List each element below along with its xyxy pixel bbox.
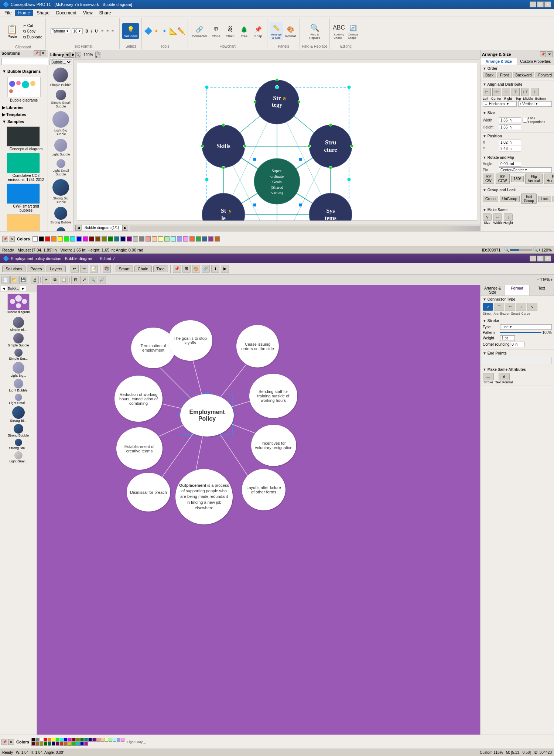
h-scrollbar[interactable] bbox=[130, 226, 480, 231]
make-same-stroke[interactable]: — Stroke bbox=[483, 373, 494, 384]
bc-cyan[interactable] bbox=[60, 738, 64, 742]
chain-button[interactable]: ⛓ Chain bbox=[223, 23, 237, 39]
select-all-button[interactable]: ⊡ bbox=[71, 276, 79, 284]
bottom-strong-bubble[interactable]: Strong Bubble bbox=[1, 424, 36, 437]
bottom-strong-sm[interactable]: Strong Sm... bbox=[1, 439, 36, 450]
simple-bubble-shape[interactable]: Simple Bubble bbox=[50, 67, 71, 87]
bold-button[interactable]: B bbox=[84, 29, 89, 34]
flip-vertical-button[interactable]: Flip Vertical bbox=[525, 174, 543, 184]
bc-dk-olive[interactable] bbox=[40, 742, 43, 746]
bc-navy[interactable] bbox=[88, 738, 92, 742]
sample-deposit[interactable]: Deposit energy change, 1971-2010 bbox=[7, 214, 45, 231]
bottom-bubble-sample[interactable]: Bubble diagram bbox=[1, 294, 36, 314]
flip-horizontal-button[interactable]: Flip Horizontal bbox=[544, 174, 554, 184]
bc-yellow[interactable] bbox=[52, 738, 55, 742]
strong-big-bubble-shape[interactable]: Strong Big Bubble bbox=[49, 178, 73, 204]
pages-toolbar-button[interactable]: Pages bbox=[27, 266, 45, 272]
color-steel-blue[interactable] bbox=[202, 236, 207, 242]
bottom-light-bubble[interactable]: Light Bubble bbox=[1, 379, 36, 392]
solutions-pin-button[interactable]: 📌 bbox=[34, 50, 40, 56]
ct-direct[interactable]: ⤢ bbox=[483, 303, 493, 311]
make-same-width[interactable]: ↔ Width bbox=[493, 213, 502, 225]
bc-lt-blue2[interactable] bbox=[80, 742, 84, 746]
libraries-section[interactable]: ▶ Libraries bbox=[1, 104, 46, 111]
bc-brick[interactable] bbox=[60, 742, 64, 746]
ct-arc[interactable]: ⌒ bbox=[494, 303, 504, 311]
close-button[interactable]: ✕ bbox=[544, 1, 551, 7]
bottom-simple-sm[interactable]: Simple Sm... bbox=[1, 349, 36, 360]
group-button[interactable]: Group bbox=[483, 196, 498, 202]
bottom-colors-pin[interactable]: 📌 bbox=[1, 739, 7, 745]
bc-lpink[interactable] bbox=[121, 738, 124, 742]
bc-lyellow[interactable] bbox=[105, 738, 108, 742]
smart-button[interactable]: Smart bbox=[116, 266, 133, 272]
bc-lime[interactable] bbox=[56, 738, 59, 742]
cut-icon-button[interactable]: ✂ bbox=[42, 276, 50, 284]
color-orange[interactable] bbox=[51, 236, 57, 242]
reduction-hours-node[interactable]: Reduction of working hours, cancellation… bbox=[114, 376, 163, 422]
paste-button[interactable]: 📋 Paste bbox=[3, 18, 21, 44]
zoom-out-icon[interactable]: 🔍 bbox=[504, 247, 509, 252]
weight-input[interactable] bbox=[500, 335, 515, 341]
samples-section[interactable]: ▼ Samples bbox=[1, 118, 46, 125]
menu-home[interactable]: Home bbox=[15, 10, 33, 16]
front-button[interactable]: Front bbox=[497, 72, 511, 78]
tab-custom-props[interactable]: Custom Properties bbox=[517, 58, 554, 65]
menu-share[interactable]: Share bbox=[96, 10, 114, 16]
color-black[interactable] bbox=[39, 236, 44, 242]
bc-brown[interactable] bbox=[35, 742, 39, 746]
page-next[interactable]: ▶ bbox=[122, 225, 128, 231]
bc-lt-green2[interactable] bbox=[72, 742, 76, 746]
zoom-plus[interactable]: + bbox=[550, 278, 553, 282]
page-tab-1[interactable]: Bubble diagram (1/1) bbox=[81, 225, 122, 230]
zoom-slider[interactable] bbox=[510, 249, 532, 251]
color-light-green[interactable] bbox=[164, 236, 170, 242]
library-toolbar-button[interactable]: 📚 bbox=[103, 265, 111, 273]
grid-button[interactable]: ⊞ bbox=[182, 265, 191, 273]
bc-maroon[interactable] bbox=[72, 738, 76, 742]
find-replace-button[interactable]: 🔍 Find &Replace bbox=[308, 22, 321, 40]
vertical-dropdown[interactable]: ↕ Vertical ▼ bbox=[518, 101, 552, 107]
color-light-magenta[interactable] bbox=[183, 236, 188, 242]
canvas-zoom-in[interactable]: 🔍+ bbox=[95, 52, 101, 58]
bubble-diagrams-section[interactable]: ▼ Bubble Diagrams bbox=[1, 68, 46, 75]
color-cyan[interactable] bbox=[70, 236, 75, 242]
color-peach[interactable] bbox=[152, 236, 157, 242]
zoom-minus[interactable]: − bbox=[537, 278, 540, 282]
bubble-nav-left[interactable]: ◀ bbox=[1, 286, 7, 291]
rotate-90cw-button[interactable]: 90° CW bbox=[483, 174, 494, 184]
bc-olive[interactable] bbox=[76, 738, 80, 742]
color-brown[interactable] bbox=[95, 236, 100, 242]
open-button[interactable]: 📂 bbox=[10, 276, 18, 284]
make-same-text-format[interactable]: A Text Format bbox=[495, 373, 513, 384]
minimize-button[interactable]: _ bbox=[530, 1, 536, 7]
goal-stop-layoffs-node[interactable]: The goal is to stop layoffs bbox=[168, 320, 212, 361]
pin-dropdown[interactable]: Center-Center ▼ bbox=[499, 167, 552, 173]
x-input[interactable] bbox=[499, 140, 521, 145]
bc-purple[interactable] bbox=[92, 738, 96, 742]
sample-cwf[interactable]: CWF smart grid bubbles bbox=[7, 184, 45, 213]
chain-tool-button[interactable]: Chain bbox=[134, 266, 152, 272]
bc-lt-teal[interactable] bbox=[76, 742, 80, 746]
make-same-size[interactable]: ⤡ Size bbox=[483, 213, 492, 225]
height-input[interactable] bbox=[499, 124, 521, 130]
bottom-light-big[interactable]: Light Big... bbox=[1, 362, 36, 377]
library-nav-left[interactable]: ◀ bbox=[64, 52, 70, 58]
solutions-button[interactable]: 💡 Solutions bbox=[122, 23, 139, 39]
colors-pin[interactable]: 📌 bbox=[2, 236, 8, 242]
bc-black[interactable] bbox=[31, 738, 35, 742]
light-big-bubble-shape[interactable]: Light Big Bubble bbox=[49, 110, 73, 136]
clone-button[interactable]: ⧉ Clone bbox=[209, 23, 223, 39]
bottom-simple-bubble2[interactable]: Simple Bubble bbox=[1, 333, 36, 347]
zoom-in-button[interactable]: 🔍 bbox=[89, 276, 97, 284]
align-top-button[interactable]: ⊤ bbox=[512, 88, 520, 96]
bottom-light-gray[interactable]: Light Gray... bbox=[1, 451, 36, 463]
bottom-close[interactable]: ✕ bbox=[544, 256, 551, 261]
strong-bubble-shape[interactable]: Strong Bubble bbox=[50, 206, 71, 224]
color-gray[interactable] bbox=[139, 236, 144, 242]
width-input[interactable] bbox=[499, 117, 521, 123]
align-center-button[interactable]: ≡ bbox=[105, 29, 110, 34]
align-bottom-button[interactable]: ⊥ bbox=[531, 88, 539, 96]
bc-white[interactable] bbox=[40, 738, 43, 742]
bottom-tab-format[interactable]: Format bbox=[505, 285, 529, 295]
